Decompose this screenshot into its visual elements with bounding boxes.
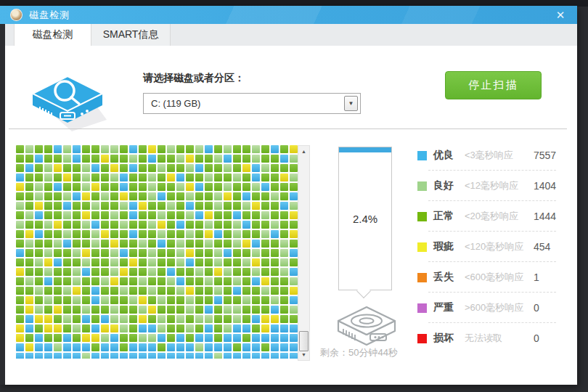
disk-block — [91, 173, 99, 181]
disk-block — [139, 277, 147, 285]
disk-block — [148, 240, 156, 248]
disk-block — [158, 296, 166, 304]
tab-smart-info[interactable]: SMART信息 — [91, 24, 171, 46]
disk-block — [271, 211, 279, 219]
disk-block — [224, 230, 232, 238]
disk-block — [271, 324, 279, 332]
disk-block — [110, 155, 118, 163]
disk-block — [82, 268, 90, 276]
disk-block — [44, 202, 52, 210]
disk-block — [73, 230, 81, 238]
disk-block — [73, 211, 81, 219]
disk-block — [129, 343, 137, 351]
disk-block — [290, 249, 298, 257]
legend-color-swatch — [417, 273, 427, 282]
desktop-backdrop: 磁盘检测 ✕ 磁盘检测 SMART信息 — [0, 0, 588, 392]
disk-block — [91, 164, 99, 172]
disk-block — [35, 202, 43, 210]
grid-scrollbar[interactable]: ▲ ▼ — [298, 145, 310, 361]
disk-block — [242, 164, 250, 172]
disk-block — [101, 230, 109, 238]
disk-block — [252, 353, 260, 359]
stop-scan-button[interactable]: 停止扫描 — [445, 71, 542, 99]
disk-block — [16, 343, 24, 351]
disk-block — [110, 249, 118, 257]
disk-block — [129, 145, 137, 153]
disk-block — [242, 202, 250, 210]
disk-block — [167, 353, 175, 359]
disk-block — [25, 221, 33, 229]
disk-block — [167, 277, 175, 285]
legend-row: 良好<12毫秒响应1404 — [412, 171, 562, 201]
disk-block — [82, 183, 90, 191]
app-logo-icon — [10, 9, 23, 21]
disk-block — [54, 192, 62, 200]
disk-block — [205, 155, 213, 163]
disk-block — [25, 164, 33, 172]
disk-block — [252, 173, 260, 181]
disk-block — [73, 277, 81, 285]
close-icon[interactable]: ✕ — [553, 8, 568, 23]
disk-block — [16, 145, 24, 153]
disk-block — [233, 183, 241, 191]
disk-block — [271, 230, 279, 238]
disk-block — [176, 268, 184, 276]
scrollbar-down-icon[interactable]: ▼ — [298, 349, 309, 360]
disk-block — [252, 240, 260, 248]
disk-block — [224, 173, 232, 181]
disk-block — [195, 202, 203, 210]
disk-block — [63, 145, 71, 153]
disk-block — [91, 277, 99, 285]
disk-block — [101, 343, 109, 351]
disk-block — [214, 221, 222, 229]
disk-block — [44, 334, 52, 342]
disk-block — [280, 334, 288, 342]
tab-bar: 磁盘检测 SMART信息 — [5, 24, 577, 46]
disk-block — [120, 353, 128, 359]
scrollbar-thumb[interactable] — [299, 331, 309, 351]
disk-block — [214, 211, 222, 219]
disk-block — [25, 324, 33, 332]
legend-row: 严重>600毫秒响应0 — [412, 293, 562, 323]
legend-label: 正常 — [433, 210, 465, 223]
dropdown-arrow-button[interactable]: ▼ — [344, 96, 358, 111]
disk-block — [82, 164, 90, 172]
disk-block — [129, 221, 137, 229]
disk-block — [252, 334, 260, 342]
disk-block — [205, 268, 213, 276]
title-bar[interactable]: 磁盘检测 ✕ — [0, 6, 577, 24]
disk-block — [148, 249, 156, 257]
disk-block — [224, 324, 232, 332]
disk-block — [54, 268, 62, 276]
disk-block — [214, 334, 222, 342]
disk-block — [176, 334, 184, 342]
disk-block — [35, 183, 43, 191]
disk-block — [186, 324, 194, 332]
scrollbar-up-icon[interactable]: ▲ — [298, 146, 309, 157]
legend-label: 严重 — [433, 301, 465, 314]
tab-disk-check[interactable]: 磁盘检测 — [14, 24, 91, 46]
disk-block — [25, 315, 33, 323]
disk-select[interactable]: C: (119 GB) ▼ — [143, 93, 361, 114]
disk-block — [233, 211, 241, 219]
disk-block — [16, 353, 24, 359]
disk-block — [290, 287, 298, 295]
disk-block — [167, 145, 175, 153]
disk-block — [35, 240, 43, 248]
legend-color-swatch — [417, 303, 427, 313]
disk-block — [129, 315, 137, 323]
disk-block — [290, 334, 298, 342]
disk-block — [195, 183, 203, 191]
disk-block — [186, 155, 194, 163]
disk-block — [195, 277, 203, 285]
disk-block — [242, 240, 250, 248]
disk-block — [73, 315, 81, 323]
disk-block — [271, 183, 279, 191]
disk-block-row — [16, 343, 300, 353]
disk-block — [271, 353, 279, 359]
disk-block — [195, 173, 203, 181]
disk-block — [205, 287, 213, 295]
disk-block — [120, 183, 128, 191]
legend-row: 瑕疵<120毫秒响应454 — [412, 232, 562, 262]
disk-block — [110, 145, 118, 153]
